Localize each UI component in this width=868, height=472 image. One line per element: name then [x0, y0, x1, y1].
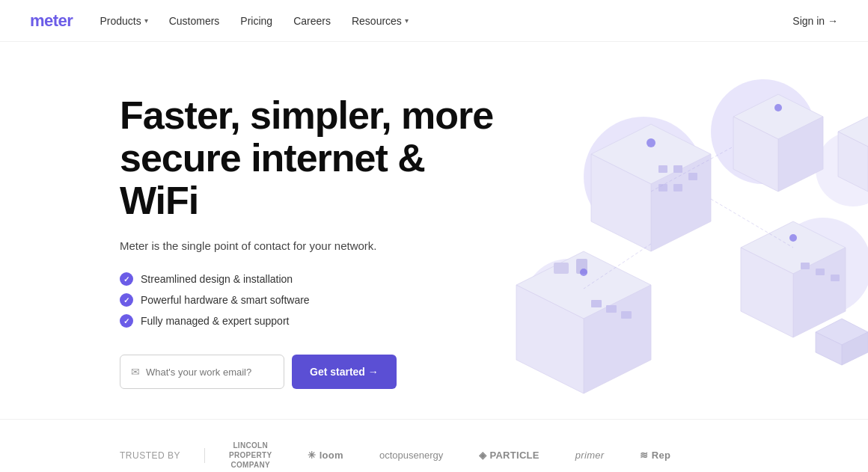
- trusted-label: TRUSTED BY: [120, 450, 180, 461]
- trusted-divider: [204, 448, 205, 463]
- email-icon: ✉: [131, 366, 140, 378]
- logo-octopus: octopusenergy: [379, 450, 443, 461]
- logo-rep: ≋ Rep: [640, 450, 670, 461]
- trusted-logos: LINCOLNPROPERTYCOMPANY ✳ loom octopusene…: [229, 441, 748, 470]
- svg-rect-10: [688, 173, 697, 180]
- svg-point-26: [580, 269, 587, 276]
- signin-link[interactable]: Sign in →: [792, 15, 838, 27]
- nav-careers[interactable]: Careers: [293, 15, 331, 27]
- logo[interactable]: meter: [30, 11, 73, 31]
- svg-rect-12: [673, 184, 682, 191]
- svg-point-4: [816, 132, 868, 206]
- svg-rect-33: [831, 275, 840, 281]
- svg-marker-28: [793, 248, 846, 337]
- get-started-button[interactable]: Get started →: [292, 355, 397, 389]
- svg-marker-19: [584, 285, 651, 393]
- svg-line-45: [584, 244, 651, 289]
- svg-marker-15: [778, 117, 823, 191]
- logo-particle: ◈ PARTICLE: [479, 450, 540, 461]
- svg-rect-22: [576, 259, 587, 274]
- svg-marker-7: [591, 154, 651, 251]
- svg-marker-27: [741, 221, 846, 274]
- products-chevron-icon: ▾: [144, 16, 148, 25]
- svg-point-13: [647, 138, 655, 147]
- logo-lincoln: LINCOLNPROPERTYCOMPANY: [229, 441, 272, 470]
- svg-marker-14: [733, 94, 823, 139]
- nav-products[interactable]: Products ▾: [100, 15, 147, 27]
- trusted-section: TRUSTED BY LINCOLNPROPERTYCOMPANY ✳ loom…: [0, 419, 868, 472]
- svg-rect-31: [801, 263, 810, 269]
- hero-title: Faster, simpler, more secure internet & …: [120, 94, 509, 223]
- feature-list: Streamlined design & installation Powerf…: [120, 272, 509, 328]
- email-input-wrap[interactable]: ✉: [120, 355, 284, 389]
- email-input[interactable]: [146, 367, 273, 378]
- check-icon-1: [120, 272, 133, 286]
- hero-section: Faster, simpler, more secure internet & …: [0, 42, 868, 419]
- check-icon-3: [120, 314, 133, 328]
- nav-pricing[interactable]: Pricing: [240, 15, 272, 27]
- svg-marker-29: [741, 248, 793, 337]
- svg-marker-20: [516, 285, 584, 393]
- svg-point-2: [774, 218, 868, 315]
- check-icon-2: [120, 293, 133, 307]
- svg-rect-21: [554, 263, 569, 274]
- svg-point-3: [524, 259, 614, 349]
- svg-marker-42: [842, 332, 868, 365]
- feature-item-2: Powerful hardware & smart software: [120, 293, 509, 307]
- resources-chevron-icon: ▾: [405, 16, 409, 25]
- nav-links: Products ▾ Customers Pricing Careers Res…: [100, 15, 792, 27]
- svg-line-44: [651, 147, 733, 191]
- svg-rect-9: [673, 165, 682, 173]
- svg-marker-43: [816, 332, 842, 365]
- cta-row: ✉ Get started →: [120, 355, 509, 389]
- nav-resources[interactable]: Resources ▾: [352, 15, 409, 27]
- logo-primer: primer: [575, 450, 605, 461]
- svg-point-17: [774, 104, 782, 111]
- svg-rect-8: [658, 165, 667, 173]
- svg-point-0: [584, 117, 703, 236]
- svg-line-46: [711, 199, 793, 248]
- svg-rect-11: [658, 184, 667, 191]
- svg-marker-41: [816, 319, 868, 345]
- svg-marker-34: [838, 117, 868, 147]
- svg-marker-6: [651, 154, 711, 251]
- logo-loom: ✳ loom: [308, 450, 343, 461]
- nav-customers[interactable]: Customers: [169, 15, 220, 27]
- svg-rect-24: [606, 305, 617, 313]
- svg-point-1: [711, 79, 816, 184]
- svg-marker-36: [838, 132, 868, 191]
- svg-point-30: [789, 234, 797, 242]
- svg-marker-16: [733, 117, 778, 191]
- hero-content: Faster, simpler, more secure internet & …: [120, 87, 509, 389]
- feature-item-3: Fully managed & expert support: [120, 314, 509, 328]
- svg-marker-18: [516, 251, 651, 319]
- feature-item-1: Streamlined design & installation: [120, 272, 509, 286]
- svg-marker-5: [591, 124, 711, 184]
- svg-rect-23: [591, 300, 602, 307]
- navbar: meter Products ▾ Customers Pricing Caree…: [0, 0, 868, 42]
- svg-rect-32: [816, 269, 825, 275]
- hero-subtitle: Meter is the single point of contact for…: [120, 238, 509, 255]
- svg-rect-25: [621, 311, 632, 319]
